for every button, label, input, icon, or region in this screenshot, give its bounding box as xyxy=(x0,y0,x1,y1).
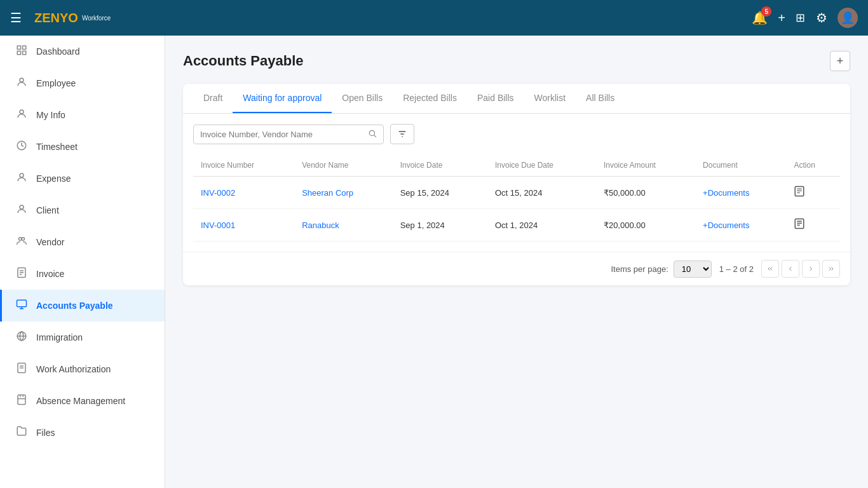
avatar[interactable]: 👤 xyxy=(837,8,858,28)
cell-due-date-1: Oct 1, 2024 xyxy=(487,209,596,241)
svg-point-10 xyxy=(22,238,25,241)
search-icon xyxy=(368,129,377,140)
tab-waiting-for-approval[interactable]: Waiting for approval xyxy=(233,84,332,113)
sidebar-scroll: Dashboard Employee My Info Timesheet xyxy=(0,36,165,488)
sidebar-item-immigration[interactable]: Immigration xyxy=(0,322,165,353)
sidebar-label-files: Files xyxy=(36,428,55,438)
sidebar-item-vendor[interactable]: Vendor xyxy=(0,226,165,258)
per-page-dropdown[interactable]: 10 25 50 100 xyxy=(674,261,712,278)
doc-link-1[interactable]: +Documents xyxy=(703,220,749,230)
logo-sub: Workforce xyxy=(82,15,111,22)
per-page-label: Items per page: xyxy=(611,264,668,274)
search-input[interactable] xyxy=(200,130,363,139)
main-layout: Dashboard Employee My Info Timesheet xyxy=(0,36,868,488)
tab-open-bills[interactable]: Open Bills xyxy=(332,84,393,113)
cell-invoice-date-1: Sep 1, 2024 xyxy=(393,209,487,241)
sidebar-item-accounts-payable[interactable]: Accounts Payable xyxy=(0,290,165,322)
table-header: Invoice Number Vendor Name Invoice Date … xyxy=(193,154,840,177)
grid-icon[interactable]: ⊞ xyxy=(796,11,806,25)
search-box[interactable] xyxy=(193,125,384,144)
table-row: INV-0002 Sheeran Corp Sep 15, 2024 Oct 1… xyxy=(193,177,840,209)
timesheet-icon xyxy=(15,140,29,154)
col-invoice-amount: Invoice Amount xyxy=(596,154,695,177)
invoice-link-0[interactable]: INV-0002 xyxy=(201,188,235,198)
client-icon xyxy=(15,203,29,217)
tab-rejected-bills[interactable]: Rejected Bills xyxy=(393,84,467,113)
sidebar-label-invoice: Invoice xyxy=(36,269,64,279)
svg-point-7 xyxy=(20,173,24,177)
col-vendor-name: Vendor Name xyxy=(294,154,393,177)
svg-rect-2 xyxy=(23,51,26,55)
first-page-button[interactable] xyxy=(761,260,779,278)
tab-draft[interactable]: Draft xyxy=(193,84,233,113)
sidebar-label-employee: Employee xyxy=(36,78,76,88)
sidebar-item-absence-management[interactable]: Absence Management xyxy=(0,385,165,417)
next-page-button[interactable] xyxy=(802,260,820,278)
svg-point-5 xyxy=(20,110,24,114)
tab-bar: Draft Waiting for approval Open Bills Re… xyxy=(183,84,850,114)
last-page-button[interactable] xyxy=(822,260,840,278)
work-auth-icon xyxy=(15,362,29,376)
svg-rect-15 xyxy=(17,300,27,307)
immigration-icon xyxy=(15,330,29,344)
employee-icon xyxy=(15,76,29,90)
invoice-link-1[interactable]: INV-0001 xyxy=(201,220,235,230)
svg-rect-1 xyxy=(23,46,26,49)
action-icon-0[interactable] xyxy=(794,188,805,199)
my-info-icon xyxy=(15,108,29,122)
cell-invoice-number-1: INV-0001 xyxy=(193,209,294,241)
tab-worklist[interactable]: Worklist xyxy=(524,84,576,113)
filter-button[interactable] xyxy=(390,124,414,144)
tab-paid-bills[interactable]: Paid Bills xyxy=(467,84,524,113)
cell-invoice-number-0: INV-0002 xyxy=(193,177,294,209)
sidebar-item-files[interactable]: Files xyxy=(0,417,165,449)
col-action: Action xyxy=(786,154,840,177)
sidebar-item-employee[interactable]: Employee xyxy=(0,67,165,99)
cell-document-0: +Documents xyxy=(695,177,786,209)
add-button[interactable]: + xyxy=(778,11,785,25)
table-row: INV-0001 Ranabuck Sep 1, 2024 Oct 1, 202… xyxy=(193,209,840,241)
col-invoice-date: Invoice Date xyxy=(393,154,487,177)
svg-rect-3 xyxy=(17,51,20,55)
sidebar-label-vendor: Vendor xyxy=(36,237,64,247)
sidebar-label-timesheet: Timesheet xyxy=(36,142,78,152)
sidebar-item-expense[interactable]: Expense xyxy=(0,163,165,194)
sidebar-item-invoice[interactable]: Invoice xyxy=(0,258,165,290)
vendor-link-0[interactable]: Sheeran Corp xyxy=(302,188,353,198)
action-icon-1[interactable] xyxy=(794,220,805,231)
table-body: INV-0002 Sheeran Corp Sep 15, 2024 Oct 1… xyxy=(193,177,840,241)
svg-line-26 xyxy=(374,135,376,137)
sidebar-item-timesheet[interactable]: Timesheet xyxy=(0,131,165,163)
dashboard-icon xyxy=(15,44,29,58)
accounts-payable-icon xyxy=(15,299,29,313)
prev-page-button[interactable] xyxy=(782,260,799,278)
sidebar-item-client[interactable]: Client xyxy=(0,194,165,226)
sidebar-item-my-info[interactable]: My Info xyxy=(0,99,165,131)
svg-point-25 xyxy=(369,130,374,135)
cell-document-1: +Documents xyxy=(695,209,786,241)
doc-link-0[interactable]: +Documents xyxy=(703,188,749,198)
menu-icon[interactable]: ☰ xyxy=(10,10,22,25)
sidebar-item-work-authorization[interactable]: Work Authorization xyxy=(0,353,165,385)
pagination: Items per page: 10 25 50 100 1 – 2 of 2 xyxy=(183,252,850,285)
cell-amount-1: ₹20,000.00 xyxy=(596,209,695,241)
svg-rect-30 xyxy=(796,187,804,196)
svg-rect-0 xyxy=(17,46,20,49)
add-record-button[interactable]: + xyxy=(830,51,850,71)
col-document: Document xyxy=(695,154,786,177)
settings-icon[interactable]: ⚙ xyxy=(816,10,827,25)
logo: ZENYO Workforce xyxy=(34,11,111,25)
header-icons: 🔔 5 + ⊞ ⚙ 👤 xyxy=(752,8,858,28)
cell-due-date-0: Oct 15, 2024 xyxy=(487,177,596,209)
vendor-link-1[interactable]: Ranabuck xyxy=(302,220,339,230)
svg-rect-23 xyxy=(18,395,25,405)
toolbar xyxy=(183,114,850,144)
vendor-icon xyxy=(15,235,29,249)
tab-all-bills[interactable]: All Bills xyxy=(576,84,625,113)
sidebar-label-client: Client xyxy=(36,205,59,215)
main-content: Accounts Payable + Draft Waiting for app… xyxy=(165,36,868,488)
invoice-table: Invoice Number Vendor Name Invoice Date … xyxy=(193,154,840,241)
sidebar-item-dashboard[interactable]: Dashboard xyxy=(0,36,165,67)
notification-bell[interactable]: 🔔 5 xyxy=(752,10,768,25)
sidebar-label-dashboard: Dashboard xyxy=(36,46,80,57)
